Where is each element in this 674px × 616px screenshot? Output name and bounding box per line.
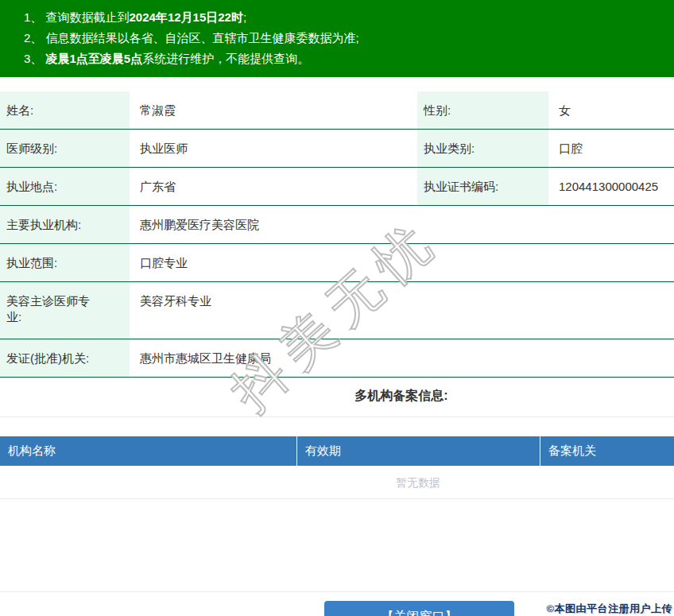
info-row: 执业范围:口腔专业 — [0, 244, 674, 282]
practitioner-info-table: 姓名:常淑霞性别:女医师级别:执业医师执业类别:口腔执业地点:广东省执业证书编码… — [0, 91, 674, 378]
notice-text: 查询数据截止到 — [46, 10, 130, 24]
notice-text: 2、 — [24, 31, 46, 45]
filing-section-title: 多机构备案信息: — [0, 378, 674, 417]
info-row: 执业地点:广东省执业证书编码:120441300000425 — [0, 168, 674, 206]
info-label: 美容主诊医师专业: — [0, 282, 130, 339]
info-row: 美容主诊医师专业:美容牙科专业 — [0, 282, 674, 339]
notice-line: 1、 查询数据截止到2024年12月15日22时; — [24, 7, 674, 28]
upload-credit-text: ©本图由平台注册用户上传 — [546, 602, 672, 616]
info-value: 常淑霞 — [130, 91, 417, 129]
info-value: 执业医师 — [130, 130, 417, 167]
info-label: 执业地点: — [0, 168, 130, 205]
notice-list: 1、 查询数据截止到2024年12月15日22时;2、 信息数据结果以各省、自治… — [24, 7, 674, 69]
info-label: 性别: — [417, 91, 548, 129]
notice-text: 系统进行维护，不能提供查询。 — [142, 52, 309, 65]
notice-bold-text: 2024年12月15日22时 — [130, 10, 243, 24]
info-value: 口腔专业 — [130, 244, 674, 281]
info-value: 惠州鹏爱医疗美容医院 — [130, 206, 674, 243]
info-label: 主要执业机构: — [0, 206, 130, 243]
info-value: 女 — [548, 91, 674, 129]
header-col-validity-period: 有效期 — [296, 436, 540, 466]
notice-text: 1、 — [24, 10, 46, 24]
info-value: 120441300000425 — [548, 168, 674, 205]
info-label: 发证(批准)机关: — [0, 339, 130, 377]
info-row: 发证(批准)机关:惠州市惠城区卫生健康局 — [0, 339, 674, 378]
notice-text: ; — [243, 10, 246, 24]
notice-line: 3、 凌晨1点至凌晨5点系统进行维护，不能提供查询。 — [24, 48, 674, 69]
info-value: 惠州市惠城区卫生健康局 — [130, 339, 674, 377]
info-label: 姓名: — [0, 91, 130, 129]
filing-table-header: 机构名称有效期备案机关 — [0, 436, 674, 466]
info-label: 执业证书编码: — [417, 168, 548, 205]
info-label: 执业范围: — [0, 244, 130, 281]
info-value: 美容牙科专业 — [130, 282, 674, 339]
close-window-button[interactable]: 【关闭窗口】 — [324, 601, 514, 616]
info-row: 姓名:常淑霞性别:女 — [0, 91, 674, 130]
header-col-filing-authority: 备案机关 — [540, 436, 674, 466]
info-row: 医师级别:执业医师执业类别:口腔 — [0, 130, 674, 168]
info-label: 执业类别: — [417, 130, 548, 167]
notice-bold-text: 凌晨1点至凌晨5点 — [46, 52, 143, 65]
info-row: 主要执业机构:惠州鹏爱医疗美容医院 — [0, 206, 674, 244]
info-label: 医师级别: — [0, 130, 130, 167]
footer-divider — [0, 591, 674, 592]
header-col-institution-name: 机构名称 — [0, 436, 296, 466]
notice-text: 3、 — [24, 52, 46, 65]
info-value: 口腔 — [548, 130, 674, 167]
notice-line: 2、 信息数据结果以各省、自治区、直辖市卫生健康委数据为准; — [24, 28, 674, 48]
filing-empty-state: 暂无数据 — [0, 466, 674, 499]
info-value: 广东省 — [130, 168, 417, 205]
notice-banner: 1、 查询数据截止到2024年12月15日22时;2、 信息数据结果以各省、自治… — [0, 0, 674, 77]
notice-text: 信息数据结果以各省、自治区、直辖市卫生健康委数据为准; — [46, 31, 359, 45]
